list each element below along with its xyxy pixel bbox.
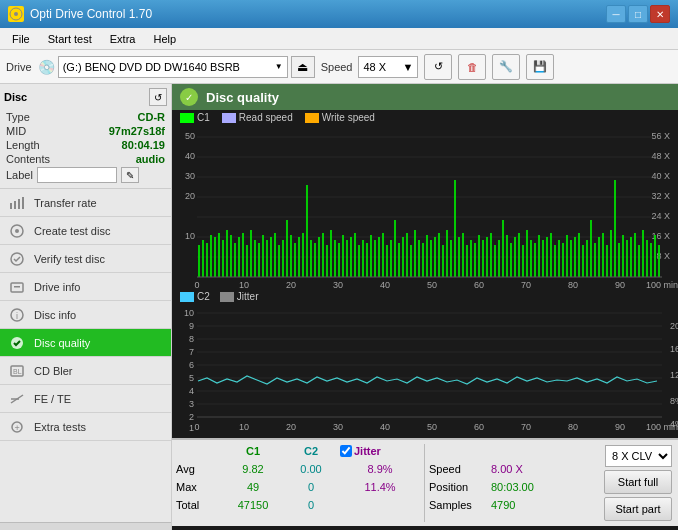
svg-rect-62 bbox=[290, 235, 292, 277]
toolbar-btn3[interactable]: 💾 bbox=[526, 54, 554, 80]
svg-rect-80 bbox=[362, 240, 364, 277]
drive-combo[interactable]: (G:) BENQ DVD DD DW1640 BSRB ▼ bbox=[58, 56, 288, 78]
svg-text:50: 50 bbox=[185, 131, 195, 141]
sidebar-item-extra-tests[interactable]: + Extra tests bbox=[0, 413, 171, 441]
sidebar-item-fe-te[interactable]: FE / TE bbox=[0, 385, 171, 413]
svg-rect-4 bbox=[18, 199, 20, 209]
clv-select[interactable]: 8 X CLV bbox=[605, 445, 672, 467]
svg-rect-43 bbox=[214, 237, 216, 277]
sidebar-item-transfer-rate[interactable]: Transfer rate bbox=[0, 189, 171, 217]
stat-header-c2: C2 bbox=[282, 445, 340, 457]
svg-rect-106 bbox=[466, 245, 468, 277]
svg-rect-69 bbox=[318, 237, 320, 277]
chart-legend: C1 Read speed Write speed bbox=[172, 110, 678, 125]
stats-panel: C1 C2 Jitter Avg 9.82 0.00 8.9% bbox=[172, 438, 678, 526]
svg-rect-121 bbox=[526, 230, 528, 277]
stat-header-jitter: Jitter bbox=[354, 445, 381, 457]
avg-c1: 9.82 bbox=[224, 463, 282, 475]
speed-combo[interactable]: 48 X ▼ bbox=[358, 56, 418, 78]
svg-rect-66 bbox=[306, 185, 308, 277]
max-c1: 49 bbox=[224, 481, 282, 493]
refresh-button[interactable]: ↺ bbox=[424, 54, 452, 80]
svg-rect-65 bbox=[302, 233, 304, 277]
transfer-rate-label: Transfer rate bbox=[34, 197, 97, 209]
svg-rect-59 bbox=[278, 245, 280, 277]
menubar: File Start test Extra Help bbox=[0, 28, 678, 50]
svg-rect-40 bbox=[202, 240, 204, 277]
svg-rect-91 bbox=[406, 233, 408, 277]
disc-mid-label: MID bbox=[6, 125, 26, 137]
app-icon bbox=[8, 6, 24, 22]
transfer-rate-icon bbox=[8, 194, 26, 212]
svg-rect-111 bbox=[486, 237, 488, 277]
drive-label: Drive bbox=[6, 61, 32, 73]
disc-type-label: Type bbox=[6, 111, 30, 123]
toolbar-btn2[interactable]: 🔧 bbox=[492, 54, 520, 80]
svg-text:i: i bbox=[16, 311, 18, 321]
sidebar-item-create-test-disc[interactable]: Create test disc bbox=[0, 217, 171, 245]
jitter-checkbox[interactable] bbox=[340, 445, 352, 457]
maximize-button[interactable]: □ bbox=[628, 5, 648, 23]
svg-rect-113 bbox=[494, 245, 496, 277]
svg-rect-89 bbox=[398, 243, 400, 277]
disc-label-button[interactable]: ✎ bbox=[121, 167, 139, 183]
svg-rect-70 bbox=[322, 233, 324, 277]
stats-middle: Speed 8.00 X Position 80:03.00 Samples 4… bbox=[429, 442, 549, 524]
verify-test-disc-label: Verify test disc bbox=[34, 253, 105, 265]
svg-rect-148 bbox=[634, 233, 636, 277]
menu-help[interactable]: Help bbox=[145, 31, 184, 47]
sidebar-item-verify-test-disc[interactable]: Verify test disc bbox=[0, 245, 171, 273]
svg-rect-149 bbox=[638, 245, 640, 277]
drive-icon: 💿 bbox=[38, 59, 55, 75]
menu-extra[interactable]: Extra bbox=[102, 31, 144, 47]
eject-button[interactable]: ⏏ bbox=[291, 56, 315, 78]
svg-rect-52 bbox=[250, 230, 252, 277]
svg-rect-73 bbox=[334, 240, 336, 277]
menu-start-test[interactable]: Start test bbox=[40, 31, 100, 47]
start-full-button[interactable]: Start full bbox=[604, 470, 672, 494]
svg-rect-81 bbox=[366, 243, 368, 277]
minimize-button[interactable]: ─ bbox=[606, 5, 626, 23]
sidebar-item-disc-info[interactable]: i Disc info bbox=[0, 301, 171, 329]
svg-rect-154 bbox=[658, 245, 660, 277]
svg-rect-151 bbox=[646, 240, 648, 277]
close-button[interactable]: ✕ bbox=[650, 5, 670, 23]
start-part-button[interactable]: Start part bbox=[604, 497, 672, 521]
extra-tests-label: Extra tests bbox=[34, 421, 86, 433]
svg-rect-132 bbox=[570, 240, 572, 277]
svg-rect-137 bbox=[590, 220, 592, 277]
svg-text:16%: 16% bbox=[670, 344, 678, 354]
svg-rect-131 bbox=[566, 235, 568, 277]
extra-tests-icon: + bbox=[8, 418, 26, 436]
disc-label-input[interactable] bbox=[37, 167, 117, 183]
toolbar-btn1[interactable]: 🗑 bbox=[458, 54, 486, 80]
disc-length-value: 80:04.19 bbox=[122, 139, 165, 151]
stats-buttons: 8 X CLV Start full Start part bbox=[602, 442, 674, 524]
disc-type-value: CD-R bbox=[138, 111, 166, 123]
svg-rect-125 bbox=[542, 240, 544, 277]
svg-rect-123 bbox=[534, 243, 536, 277]
svg-text:20: 20 bbox=[286, 280, 296, 290]
disc-panel: Disc ↺ Type CD-R MID 97m27s18f Length 80… bbox=[0, 84, 171, 189]
create-test-disc-icon bbox=[8, 222, 26, 240]
disc-length-row: Length 80:04.19 bbox=[4, 138, 167, 152]
svg-text:60: 60 bbox=[474, 422, 484, 432]
svg-text:70: 70 bbox=[521, 280, 531, 290]
legend-c1: C1 bbox=[180, 112, 210, 123]
drive-value: (G:) BENQ DVD DD DW1640 BSRB bbox=[63, 61, 240, 73]
svg-rect-71 bbox=[326, 245, 328, 277]
content-header-icon: ✓ bbox=[180, 88, 198, 106]
svg-rect-63 bbox=[294, 243, 296, 277]
svg-rect-74 bbox=[338, 243, 340, 277]
legend-write-label: Write speed bbox=[322, 112, 375, 123]
sidebar-item-disc-quality[interactable]: Disc quality bbox=[0, 329, 171, 357]
disc-refresh-button[interactable]: ↺ bbox=[149, 88, 167, 106]
svg-rect-140 bbox=[602, 233, 604, 277]
menu-file[interactable]: File bbox=[4, 31, 38, 47]
svg-rect-83 bbox=[374, 240, 376, 277]
sidebar-item-drive-info[interactable]: Drive info bbox=[0, 273, 171, 301]
sidebar-item-cd-bler[interactable]: BL CD Bler bbox=[0, 357, 171, 385]
status-window-link[interactable]: Status window >> bbox=[0, 522, 171, 530]
svg-rect-84 bbox=[378, 237, 380, 277]
divider1 bbox=[424, 444, 425, 522]
